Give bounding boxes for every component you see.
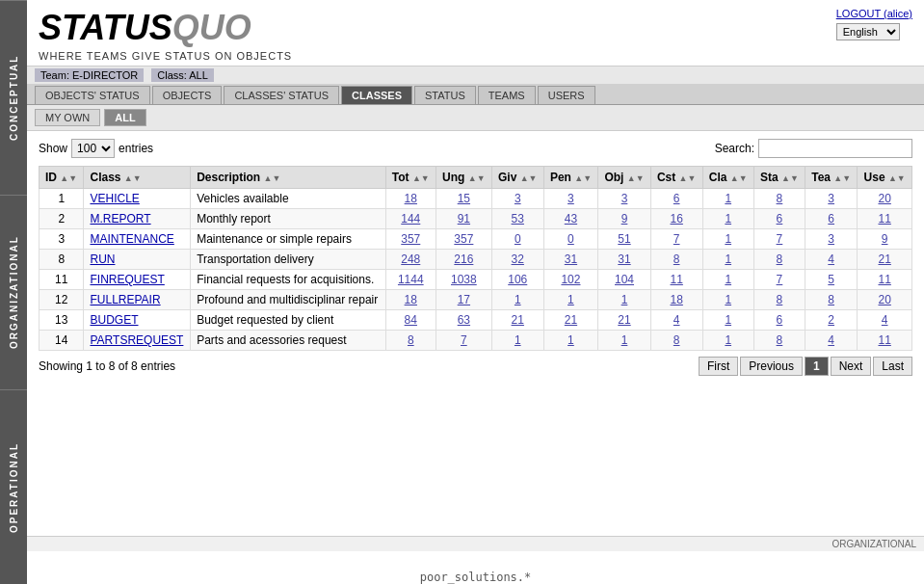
subtab-my-own[interactable]: MY OWN [35,109,100,126]
cell-ung[interactable]: 1038 [436,270,491,290]
lang-select[interactable]: English French Spanish [836,23,900,40]
cell-tea[interactable]: 8 [805,290,858,310]
cell-cla[interactable]: 1 [702,290,753,310]
cell-cla[interactable]: 1 [702,209,753,229]
cell-cla[interactable]: 1 [702,250,753,270]
cell-use[interactable]: 20 [858,290,912,310]
cell-tot[interactable]: 8 [385,331,436,351]
cell-ung[interactable]: 216 [436,250,491,270]
cell-giv[interactable]: 3 [491,189,543,209]
page-last-btn[interactable]: Last [873,357,912,376]
cell-ung[interactable]: 63 [436,310,491,331]
cell-tot[interactable]: 144 [385,209,436,229]
cell-cst[interactable]: 4 [650,310,702,331]
tab-status[interactable]: STATUS [414,86,476,104]
cell-tea[interactable]: 3 [805,229,858,250]
cell-cst[interactable]: 8 [650,250,702,270]
page-next-btn[interactable]: Next [831,357,872,376]
cell-obj[interactable]: 1 [598,290,651,310]
cell-cst[interactable]: 16 [650,209,702,229]
col-use[interactable]: Use ▲▼ [858,167,912,189]
cell-ung[interactable]: 91 [436,209,491,229]
cell-giv[interactable]: 1 [491,290,543,310]
cell-tea[interactable]: 4 [805,250,858,270]
cell-use[interactable]: 4 [858,310,912,331]
search-input[interactable] [758,139,912,158]
cell-ung[interactable]: 17 [436,290,491,310]
cell-obj[interactable]: 104 [598,270,651,290]
cell-class[interactable]: RUN [84,250,191,270]
col-tot[interactable]: Tot ▲▼ [385,167,436,189]
cell-giv[interactable]: 1 [491,331,543,351]
cell-cst[interactable]: 6 [650,189,702,209]
cell-use[interactable]: 20 [858,189,912,209]
cell-giv[interactable]: 0 [491,229,543,250]
cell-obj[interactable]: 9 [598,209,651,229]
cell-sta[interactable]: 8 [753,189,805,209]
cell-ung[interactable]: 357 [436,229,491,250]
page-previous-btn[interactable]: Previous [740,357,803,376]
cell-giv[interactable]: 21 [491,310,543,331]
cell-obj[interactable]: 1 [598,331,651,351]
col-class[interactable]: Class ▲▼ [84,167,191,189]
col-obj[interactable]: Obj ▲▼ [598,167,651,189]
cell-cla[interactable]: 1 [702,189,753,209]
tab-objects-status[interactable]: OBJECTS' STATUS [35,86,150,104]
cell-use[interactable]: 11 [858,209,912,229]
cell-use[interactable]: 11 [858,331,912,351]
cell-pen[interactable]: 31 [543,250,598,270]
cell-giv[interactable]: 53 [491,209,543,229]
cell-cst[interactable]: 11 [650,270,702,290]
subtab-all[interactable]: ALL [104,109,145,126]
cell-sta[interactable]: 7 [753,270,805,290]
cell-pen[interactable]: 43 [543,209,598,229]
cell-tot[interactable]: 357 [385,229,436,250]
cell-class[interactable]: M.REPORT [84,209,191,229]
cell-tot[interactable]: 1144 [385,270,436,290]
col-giv[interactable]: Giv ▲▼ [491,167,543,189]
cell-pen[interactable]: 1 [543,290,598,310]
logout-link[interactable]: LOGOUT (alice) [836,8,912,19]
tab-classes-status[interactable]: CLASSES' STATUS [224,86,339,104]
col-sta[interactable]: Sta ▲▼ [753,167,805,189]
cell-class[interactable]: PARTSREQUEST [84,331,191,351]
cell-use[interactable]: 11 [858,270,912,290]
cell-cla[interactable]: 1 [702,331,753,351]
cell-sta[interactable]: 7 [753,229,805,250]
cell-cst[interactable]: 7 [650,229,702,250]
cell-sta[interactable]: 8 [753,290,805,310]
col-id[interactable]: ID ▲▼ [40,167,84,189]
col-description[interactable]: Description ▲▼ [191,167,385,189]
cell-obj[interactable]: 31 [598,250,651,270]
cell-tot[interactable]: 84 [385,310,436,331]
cell-class[interactable]: MAINTENANCE [84,229,191,250]
cell-class[interactable]: FULLREPAIR [84,290,191,310]
cell-tot[interactable]: 248 [385,250,436,270]
cell-ung[interactable]: 15 [436,189,491,209]
cell-cla[interactable]: 1 [702,270,753,290]
cell-tea[interactable]: 2 [805,310,858,331]
cell-pen[interactable]: 102 [543,270,598,290]
cell-pen[interactable]: 1 [543,331,598,351]
cell-tea[interactable]: 5 [805,270,858,290]
cell-tea[interactable]: 4 [805,331,858,351]
page-first-btn[interactable]: First [699,357,738,376]
cell-pen[interactable]: 3 [543,189,598,209]
cell-sta[interactable]: 8 [753,331,805,351]
col-cst[interactable]: Cst ▲▼ [650,167,702,189]
cell-giv[interactable]: 32 [491,250,543,270]
cell-use[interactable]: 9 [858,229,912,250]
col-tea[interactable]: Tea ▲▼ [805,167,858,189]
cell-tot[interactable]: 18 [385,189,436,209]
cell-cst[interactable]: 18 [650,290,702,310]
cell-cla[interactable]: 1 [702,310,753,331]
cell-tea[interactable]: 6 [805,209,858,229]
col-ung[interactable]: Ung ▲▼ [436,167,491,189]
tab-teams[interactable]: TEAMS [478,86,536,104]
tab-users[interactable]: USERS [538,86,595,104]
cell-sta[interactable]: 6 [753,310,805,331]
show-count-select[interactable]: 10 25 50 100 [71,139,115,158]
cell-pen[interactable]: 21 [543,310,598,331]
cell-class[interactable]: VEHICLE [84,189,191,209]
cell-class[interactable]: BUDGET [84,310,191,331]
